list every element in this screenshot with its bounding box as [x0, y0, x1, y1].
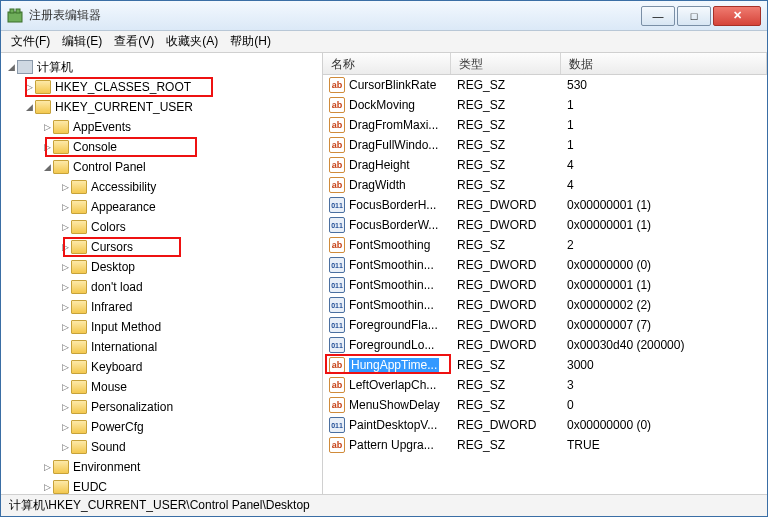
tree-expander-icon[interactable]: ▷: [59, 402, 71, 412]
tree-expander-icon[interactable]: ▷: [59, 182, 71, 192]
value-data: 0x00000002 (2): [567, 298, 767, 312]
tree-expander-icon[interactable]: ▷: [59, 322, 71, 332]
tree-item-don-t-load[interactable]: ▷don't load: [5, 277, 322, 297]
menu-favorites[interactable]: 收藏夹(A): [166, 33, 218, 50]
tree-expander-icon[interactable]: ▷: [59, 382, 71, 392]
string-icon: ab: [329, 77, 345, 93]
tree-expander-icon[interactable]: ◢: [23, 102, 35, 112]
tree-expander-icon[interactable]: ▷: [41, 482, 53, 492]
tree-expander-icon[interactable]: ▷: [59, 262, 71, 272]
tree-item-cursors[interactable]: ▷Cursors: [5, 237, 322, 257]
minimize-button[interactable]: —: [641, 6, 675, 26]
folder-icon: [71, 340, 87, 354]
list-row[interactable]: 011FocusBorderW...REG_DWORD0x00000001 (1…: [323, 215, 767, 235]
tree-expander-icon[interactable]: ▷: [59, 282, 71, 292]
list-row[interactable]: 011FontSmoothin...REG_DWORD0x00000001 (1…: [323, 275, 767, 295]
list-row[interactable]: abDragHeightREG_SZ4: [323, 155, 767, 175]
value-name: ForegroundLo...: [349, 338, 457, 352]
folder-icon: [53, 120, 69, 134]
value-type: REG_DWORD: [457, 418, 567, 432]
list-row[interactable]: abDragFullWindo...REG_SZ1: [323, 135, 767, 155]
tree-expander-icon[interactable]: ▷: [59, 222, 71, 232]
list-row[interactable]: abPattern Upgra...REG_SZTRUE: [323, 435, 767, 455]
tree-pane[interactable]: ◢计算机▷HKEY_CLASSES_ROOT◢HKEY_CURRENT_USER…: [1, 53, 323, 494]
list-row[interactable]: 011FocusBorderH...REG_DWORD0x00000001 (1…: [323, 195, 767, 215]
tree-expander-icon[interactable]: ◢: [5, 62, 17, 72]
tree-item-label: Sound: [91, 440, 126, 454]
titlebar[interactable]: 注册表编辑器 — □ ✕: [1, 1, 767, 31]
tree-hive-hkcr[interactable]: ▷HKEY_CLASSES_ROOT: [5, 77, 322, 97]
list-row[interactable]: abDragFromMaxi...REG_SZ1: [323, 115, 767, 135]
tree-item-infrared[interactable]: ▷Infrared: [5, 297, 322, 317]
tree-item-international[interactable]: ▷International: [5, 337, 322, 357]
tree-item-control-panel[interactable]: ◢Control Panel: [5, 157, 322, 177]
list-row[interactable]: 011PaintDesktopV...REG_DWORD0x00000000 (…: [323, 415, 767, 435]
tree-expander-icon[interactable]: ▷: [23, 82, 35, 92]
tree-expander-icon[interactable]: ▷: [59, 442, 71, 452]
tree-item-personalization[interactable]: ▷Personalization: [5, 397, 322, 417]
value-name: MenuShowDelay: [349, 398, 457, 412]
list-row[interactable]: abFontSmoothingREG_SZ2: [323, 235, 767, 255]
string-icon: ab: [329, 437, 345, 453]
tree-hive-hkcu[interactable]: ◢HKEY_CURRENT_USER: [5, 97, 322, 117]
tree-item-keyboard[interactable]: ▷Keyboard: [5, 357, 322, 377]
col-data[interactable]: 数据: [561, 53, 767, 74]
value-name: FontSmoothin...: [349, 258, 457, 272]
tree-expander-icon[interactable]: ▷: [41, 142, 53, 152]
close-button[interactable]: ✕: [713, 6, 761, 26]
value-type: REG_SZ: [457, 398, 567, 412]
list-row[interactable]: abDockMovingREG_SZ1: [323, 95, 767, 115]
maximize-button[interactable]: □: [677, 6, 711, 26]
list-body[interactable]: abCursorBlinkRateREG_SZ530abDockMovingRE…: [323, 75, 767, 494]
col-name[interactable]: 名称: [323, 53, 451, 74]
tree-expander-icon[interactable]: ▷: [59, 242, 71, 252]
value-name: DockMoving: [349, 98, 457, 112]
tree-item-appearance[interactable]: ▷Appearance: [5, 197, 322, 217]
tree-item-desktop[interactable]: ▷Desktop: [5, 257, 322, 277]
value-data: 2: [567, 238, 767, 252]
list-row[interactable]: 011ForegroundLo...REG_DWORD0x00030d40 (2…: [323, 335, 767, 355]
tree-expander-icon[interactable]: ▷: [59, 202, 71, 212]
tree-item-environment[interactable]: ▷Environment: [5, 457, 322, 477]
tree-item-powercfg[interactable]: ▷PowerCfg: [5, 417, 322, 437]
folder-icon: [71, 420, 87, 434]
list-row[interactable]: abDragWidthREG_SZ4: [323, 175, 767, 195]
value-name: PaintDesktopV...: [349, 418, 457, 432]
tree-expander-icon[interactable]: ▷: [41, 462, 53, 472]
list-row[interactable]: 011FontSmoothin...REG_DWORD0x00000000 (0…: [323, 255, 767, 275]
list-row[interactable]: abLeftOverlapCh...REG_SZ3: [323, 375, 767, 395]
tree-item-input-method[interactable]: ▷Input Method: [5, 317, 322, 337]
value-type: REG_SZ: [457, 78, 567, 92]
col-type[interactable]: 类型: [451, 53, 561, 74]
tree-expander-icon[interactable]: ▷: [59, 342, 71, 352]
tree-expander-icon[interactable]: ◢: [41, 162, 53, 172]
folder-icon: [71, 440, 87, 454]
tree-item-eudc[interactable]: ▷EUDC: [5, 477, 322, 494]
tree-item-appevents[interactable]: ▷AppEvents: [5, 117, 322, 137]
menu-file[interactable]: 文件(F): [11, 33, 50, 50]
list-row[interactable]: 011FontSmoothin...REG_DWORD0x00000002 (2…: [323, 295, 767, 315]
tree-expander-icon[interactable]: ▷: [59, 422, 71, 432]
tree-item-sound[interactable]: ▷Sound: [5, 437, 322, 457]
tree-expander-icon[interactable]: ▷: [59, 362, 71, 372]
tree-item-mouse[interactable]: ▷Mouse: [5, 377, 322, 397]
folder-icon: [71, 240, 87, 254]
tree-expander-icon[interactable]: ▷: [59, 302, 71, 312]
dword-icon: 011: [329, 217, 345, 233]
tree-item-label: PowerCfg: [91, 420, 144, 434]
value-data: 3: [567, 378, 767, 392]
list-row[interactable]: abHungAppTime...REG_SZ3000: [323, 355, 767, 375]
value-type: REG_SZ: [457, 438, 567, 452]
menu-help[interactable]: 帮助(H): [230, 33, 271, 50]
tree-item-console[interactable]: ▷Console: [5, 137, 322, 157]
tree-expander-icon[interactable]: ▷: [41, 122, 53, 132]
menu-view[interactable]: 查看(V): [114, 33, 154, 50]
list-row[interactable]: 011ForegroundFla...REG_DWORD0x00000007 (…: [323, 315, 767, 335]
list-row[interactable]: abCursorBlinkRateREG_SZ530: [323, 75, 767, 95]
tree-item-accessibility[interactable]: ▷Accessibility: [5, 177, 322, 197]
list-row[interactable]: abMenuShowDelayREG_SZ0: [323, 395, 767, 415]
value-type: REG_DWORD: [457, 198, 567, 212]
tree-item-colors[interactable]: ▷Colors: [5, 217, 322, 237]
menu-edit[interactable]: 编辑(E): [62, 33, 102, 50]
tree-root[interactable]: ◢计算机: [5, 57, 322, 77]
